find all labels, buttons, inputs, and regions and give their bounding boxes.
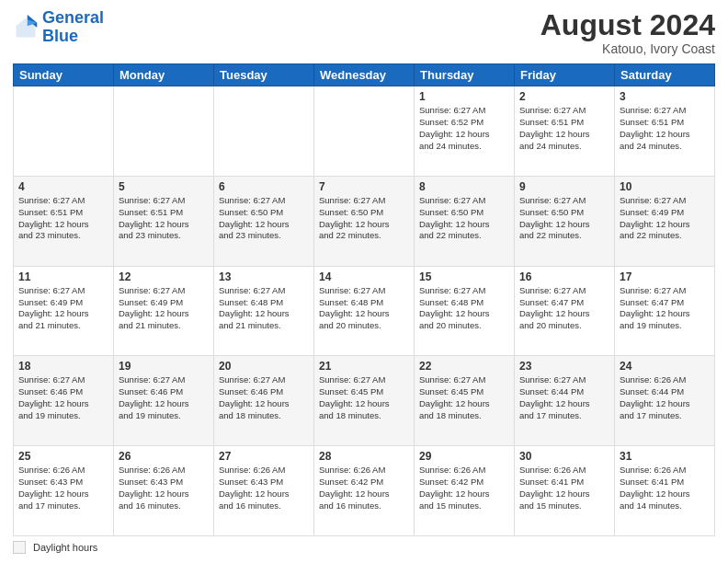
day-info: Sunrise: 6:27 AM Sunset: 6:46 PM Dayligh…	[219, 374, 309, 421]
day-info: Sunrise: 6:26 AM Sunset: 6:43 PM Dayligh…	[119, 465, 209, 511]
day-number: 9	[519, 180, 609, 193]
day-header-tuesday: Tuesday	[214, 64, 314, 86]
day-info: Sunrise: 6:27 AM Sunset: 6:49 PM Dayligh…	[18, 285, 108, 332]
day-number: 29	[419, 450, 509, 463]
calendar-header-row: SundayMondayTuesdayWednesdayThursdayFrid…	[14, 64, 715, 86]
day-cell: 20Sunrise: 6:27 AM Sunset: 6:46 PM Dayli…	[214, 356, 314, 446]
day-cell: 24Sunrise: 6:26 AM Sunset: 6:44 PM Dayli…	[615, 356, 715, 446]
day-info: Sunrise: 6:27 AM Sunset: 6:48 PM Dayligh…	[419, 285, 509, 332]
week-row-4: 18Sunrise: 6:27 AM Sunset: 6:46 PM Dayli…	[14, 356, 715, 446]
day-cell: 4Sunrise: 6:27 AM Sunset: 6:51 PM Daylig…	[14, 176, 114, 266]
day-cell: 25Sunrise: 6:26 AM Sunset: 6:43 PM Dayli…	[14, 446, 114, 536]
day-cell: 7Sunrise: 6:27 AM Sunset: 6:50 PM Daylig…	[314, 176, 415, 266]
day-info: Sunrise: 6:26 AM Sunset: 6:43 PM Dayligh…	[219, 465, 309, 511]
day-number: 4	[18, 180, 108, 193]
day-cell: 22Sunrise: 6:27 AM Sunset: 6:45 PM Dayli…	[415, 356, 515, 446]
day-cell: 26Sunrise: 6:26 AM Sunset: 6:43 PM Dayli…	[114, 446, 214, 536]
day-info: Sunrise: 6:27 AM Sunset: 6:47 PM Dayligh…	[620, 285, 710, 332]
day-header-thursday: Thursday	[415, 64, 515, 86]
day-info: Sunrise: 6:27 AM Sunset: 6:50 PM Dayligh…	[319, 195, 409, 242]
day-cell	[14, 86, 114, 177]
day-number: 20	[219, 360, 309, 373]
day-cell: 30Sunrise: 6:26 AM Sunset: 6:41 PM Dayli…	[515, 446, 615, 536]
day-cell: 31Sunrise: 6:26 AM Sunset: 6:41 PM Dayli…	[615, 446, 715, 536]
day-info: Sunrise: 6:27 AM Sunset: 6:44 PM Dayligh…	[519, 374, 609, 421]
footer: Daylight hours	[13, 541, 715, 554]
day-cell: 17Sunrise: 6:27 AM Sunset: 6:47 PM Dayli…	[615, 266, 715, 356]
day-info: Sunrise: 6:27 AM Sunset: 6:52 PM Dayligh…	[419, 105, 509, 152]
day-number: 17	[620, 270, 710, 283]
day-cell: 10Sunrise: 6:27 AM Sunset: 6:49 PM Dayli…	[615, 176, 715, 266]
day-number: 30	[519, 450, 609, 463]
day-number: 31	[620, 450, 710, 463]
week-row-1: 1Sunrise: 6:27 AM Sunset: 6:52 PM Daylig…	[14, 86, 715, 177]
day-info: Sunrise: 6:27 AM Sunset: 6:46 PM Dayligh…	[119, 374, 209, 421]
week-row-2: 4Sunrise: 6:27 AM Sunset: 6:51 PM Daylig…	[14, 176, 715, 266]
day-cell	[214, 86, 314, 177]
day-number: 22	[419, 360, 509, 373]
day-number: 19	[119, 360, 209, 373]
day-info: Sunrise: 6:26 AM Sunset: 6:42 PM Dayligh…	[419, 465, 509, 511]
day-header-wednesday: Wednesday	[314, 64, 415, 86]
logo: General Blue	[13, 9, 104, 46]
daylight-box	[13, 541, 26, 554]
day-number: 23	[519, 360, 609, 373]
day-info: Sunrise: 6:27 AM Sunset: 6:46 PM Dayligh…	[18, 374, 108, 421]
day-cell: 2Sunrise: 6:27 AM Sunset: 6:51 PM Daylig…	[515, 86, 615, 177]
month-title: August 2024	[540, 9, 715, 41]
day-header-sunday: Sunday	[14, 64, 114, 86]
day-number: 10	[620, 180, 710, 193]
day-header-saturday: Saturday	[615, 64, 715, 86]
day-number: 7	[319, 180, 409, 193]
day-cell	[114, 86, 214, 177]
day-header-monday: Monday	[114, 64, 214, 86]
day-number: 15	[419, 270, 509, 283]
day-info: Sunrise: 6:27 AM Sunset: 6:48 PM Dayligh…	[219, 285, 309, 332]
logo-general: General	[42, 8, 104, 27]
day-cell: 5Sunrise: 6:27 AM Sunset: 6:51 PM Daylig…	[114, 176, 214, 266]
day-info: Sunrise: 6:27 AM Sunset: 6:45 PM Dayligh…	[419, 374, 509, 421]
day-number: 2	[519, 90, 609, 103]
day-number: 12	[119, 270, 209, 283]
day-info: Sunrise: 6:27 AM Sunset: 6:50 PM Dayligh…	[219, 195, 309, 242]
day-cell: 3Sunrise: 6:27 AM Sunset: 6:51 PM Daylig…	[615, 86, 715, 177]
day-info: Sunrise: 6:27 AM Sunset: 6:50 PM Dayligh…	[419, 195, 509, 242]
day-info: Sunrise: 6:27 AM Sunset: 6:48 PM Dayligh…	[319, 285, 409, 332]
day-info: Sunrise: 6:27 AM Sunset: 6:50 PM Dayligh…	[519, 195, 609, 242]
daylight-label: Daylight hours	[33, 542, 97, 553]
day-info: Sunrise: 6:27 AM Sunset: 6:51 PM Dayligh…	[18, 195, 108, 242]
day-info: Sunrise: 6:27 AM Sunset: 6:51 PM Dayligh…	[620, 105, 710, 152]
day-info: Sunrise: 6:27 AM Sunset: 6:45 PM Dayligh…	[319, 374, 409, 421]
day-number: 24	[620, 360, 710, 373]
day-number: 27	[219, 450, 309, 463]
day-number: 16	[519, 270, 609, 283]
day-number: 8	[419, 180, 509, 193]
day-cell: 19Sunrise: 6:27 AM Sunset: 6:46 PM Dayli…	[114, 356, 214, 446]
day-cell: 27Sunrise: 6:26 AM Sunset: 6:43 PM Dayli…	[214, 446, 314, 536]
day-cell: 28Sunrise: 6:26 AM Sunset: 6:42 PM Dayli…	[314, 446, 415, 536]
day-info: Sunrise: 6:27 AM Sunset: 6:51 PM Dayligh…	[519, 105, 609, 152]
day-number: 6	[219, 180, 309, 193]
day-number: 11	[18, 270, 108, 283]
header: General Blue August 2024 Katouo, Ivory C…	[13, 9, 715, 56]
day-cell: 6Sunrise: 6:27 AM Sunset: 6:50 PM Daylig…	[214, 176, 314, 266]
day-info: Sunrise: 6:27 AM Sunset: 6:51 PM Dayligh…	[119, 195, 209, 242]
day-number: 18	[18, 360, 108, 373]
day-cell: 13Sunrise: 6:27 AM Sunset: 6:48 PM Dayli…	[214, 266, 314, 356]
day-cell: 15Sunrise: 6:27 AM Sunset: 6:48 PM Dayli…	[415, 266, 515, 356]
day-info: Sunrise: 6:27 AM Sunset: 6:47 PM Dayligh…	[519, 285, 609, 332]
day-info: Sunrise: 6:26 AM Sunset: 6:41 PM Dayligh…	[620, 465, 710, 511]
day-cell: 8Sunrise: 6:27 AM Sunset: 6:50 PM Daylig…	[415, 176, 515, 266]
day-info: Sunrise: 6:26 AM Sunset: 6:42 PM Dayligh…	[319, 465, 409, 511]
day-cell: 11Sunrise: 6:27 AM Sunset: 6:49 PM Dayli…	[14, 266, 114, 356]
page: General Blue August 2024 Katouo, Ivory C…	[0, 0, 728, 563]
day-cell	[314, 86, 415, 177]
day-cell: 14Sunrise: 6:27 AM Sunset: 6:48 PM Dayli…	[314, 266, 415, 356]
day-number: 5	[119, 180, 209, 193]
day-number: 25	[18, 450, 108, 463]
day-number: 13	[219, 270, 309, 283]
day-number: 28	[319, 450, 409, 463]
location: Katouo, Ivory Coast	[540, 41, 715, 56]
day-cell: 21Sunrise: 6:27 AM Sunset: 6:45 PM Dayli…	[314, 356, 415, 446]
day-info: Sunrise: 6:26 AM Sunset: 6:43 PM Dayligh…	[18, 465, 108, 511]
